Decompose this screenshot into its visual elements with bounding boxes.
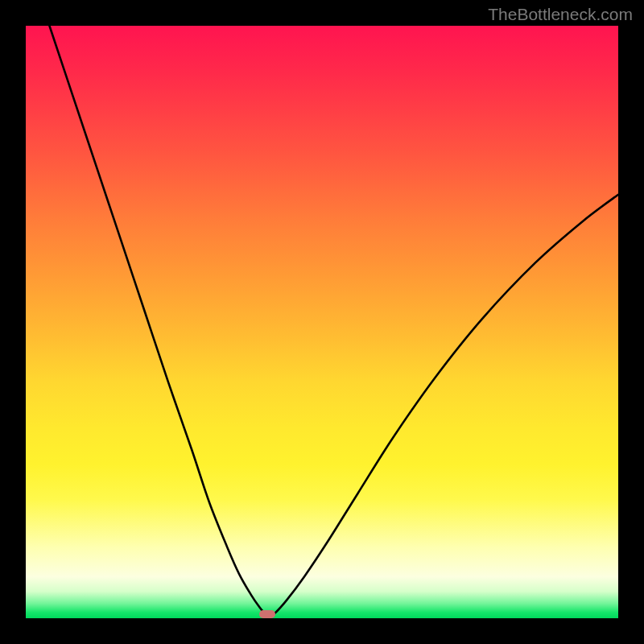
chart-frame: TheBottleneck.com [0, 0, 644, 644]
optimum-marker [259, 610, 275, 618]
bottleneck-curve [26, 26, 618, 618]
plot-area [26, 26, 618, 618]
watermark-text: TheBottleneck.com [488, 5, 633, 24]
